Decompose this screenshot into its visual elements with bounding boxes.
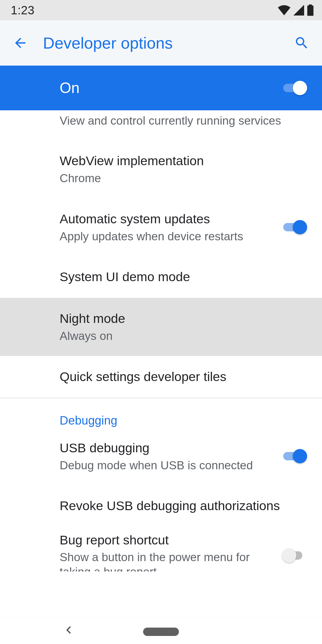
bug-report-shortcut-switch[interactable] bbox=[282, 548, 307, 563]
setting-title: Night mode bbox=[60, 310, 307, 327]
setting-title: Automatic system updates bbox=[60, 211, 282, 227]
setting-subtitle: Show a button in the power menu for taki… bbox=[60, 550, 282, 572]
setting-running-services[interactable]: View and control currently running servi… bbox=[0, 110, 322, 140]
section-header-debugging: Debugging bbox=[0, 398, 322, 427]
navigation-bar bbox=[0, 617, 322, 644]
master-toggle-label: On bbox=[60, 79, 282, 97]
arrow-back-icon bbox=[13, 35, 28, 51]
setting-webview-implementation[interactable]: WebView implementation Chrome bbox=[0, 140, 322, 198]
back-button[interactable] bbox=[11, 33, 30, 52]
page-title: Developer options bbox=[43, 34, 292, 52]
setting-automatic-system-updates[interactable]: Automatic system updates Apply updates w… bbox=[0, 198, 322, 256]
usb-debugging-switch[interactable] bbox=[282, 448, 307, 464]
status-bar: 1:23 bbox=[0, 0, 322, 20]
search-icon bbox=[294, 35, 309, 51]
setting-subtitle: Always on bbox=[60, 329, 307, 343]
settings-list: View and control currently running servi… bbox=[0, 110, 322, 572]
setting-quick-settings-developer-tiles[interactable]: Quick settings developer tiles bbox=[0, 356, 322, 398]
setting-title: Quick settings developer tiles bbox=[60, 369, 307, 385]
setting-subtitle: Apply updates when device restarts bbox=[60, 229, 282, 244]
search-button[interactable] bbox=[292, 33, 311, 52]
nav-back-button[interactable] bbox=[63, 624, 75, 637]
setting-title: WebView implementation bbox=[60, 153, 307, 169]
setting-subtitle: Debug mode when USB is connected bbox=[60, 458, 282, 473]
automatic-updates-switch[interactable] bbox=[282, 219, 307, 235]
status-icons bbox=[278, 4, 314, 16]
master-toggle-switch[interactable] bbox=[282, 80, 307, 96]
setting-night-mode[interactable]: Night mode Always on bbox=[0, 298, 322, 356]
app-bar: Developer options bbox=[0, 20, 322, 66]
setting-system-ui-demo-mode[interactable]: System UI demo mode bbox=[0, 256, 322, 298]
setting-title: Revoke USB debugging authorizations bbox=[60, 498, 307, 514]
setting-revoke-usb-debugging[interactable]: Revoke USB debugging authorizations bbox=[0, 485, 322, 527]
status-time: 1:23 bbox=[11, 4, 35, 17]
setting-title: System UI demo mode bbox=[60, 269, 307, 285]
setting-title: Bug report shortcut bbox=[60, 532, 282, 549]
nav-home-pill[interactable] bbox=[143, 628, 179, 636]
wifi-icon bbox=[278, 5, 290, 16]
master-toggle-row[interactable]: On bbox=[0, 66, 322, 110]
setting-subtitle: View and control currently running servi… bbox=[60, 114, 307, 128]
chevron-left-icon bbox=[63, 624, 75, 636]
setting-title: USB debugging bbox=[60, 440, 282, 456]
setting-bug-report-shortcut[interactable]: Bug report shortcut Show a button in the… bbox=[0, 527, 322, 572]
cell-signal-icon bbox=[293, 5, 304, 16]
battery-icon bbox=[307, 4, 314, 16]
setting-usb-debugging[interactable]: USB debugging Debug mode when USB is con… bbox=[0, 427, 322, 485]
setting-subtitle: Chrome bbox=[60, 171, 307, 186]
